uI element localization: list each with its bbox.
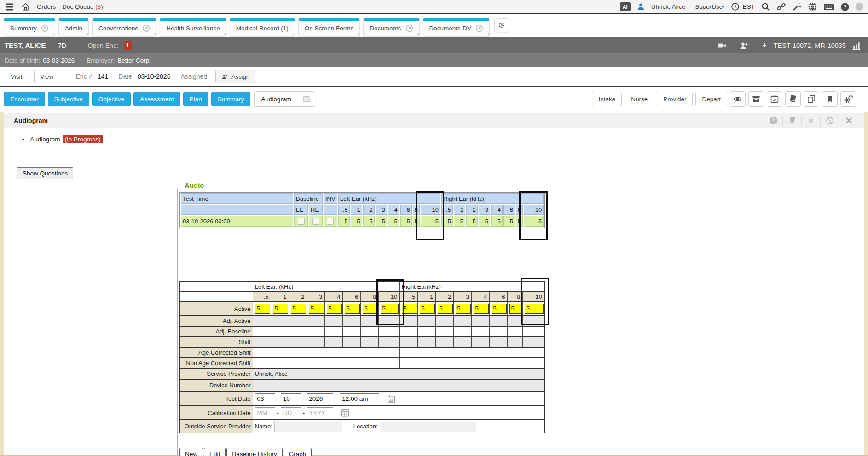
test-date-year-input[interactable] [307, 393, 333, 404]
tab-settings-button[interactable] [494, 18, 509, 32]
new-button[interactable]: New [179, 448, 203, 456]
menu-icon[interactable] [5, 3, 14, 11]
soap-tab-objective[interactable]: Objective [92, 92, 131, 106]
save-icon[interactable] [298, 92, 315, 106]
graph-button[interactable]: Graph [284, 448, 312, 456]
test-time-input[interactable] [340, 393, 379, 404]
baseline-re-checkbox[interactable] [312, 218, 319, 225]
test-time-cell[interactable]: 03-10-2026 00:00 [181, 216, 293, 227]
tab-audiogram-active[interactable]: Audiogram [254, 91, 315, 107]
bar-chart-icon[interactable] [851, 41, 862, 50]
soap-tab-encounter[interactable]: Encounter [4, 92, 45, 106]
baseline-le-checkbox[interactable] [298, 218, 305, 225]
show-questions-button[interactable]: Show Questions [17, 167, 73, 179]
active-threshold-input[interactable]: 5 [309, 304, 324, 314]
form-list-item[interactable]: • Audiogram (In Progress) [22, 135, 103, 143]
test-date-month-input[interactable] [255, 393, 275, 404]
outside-location-input[interactable] [380, 421, 476, 432]
inv-checkbox[interactable] [327, 218, 334, 225]
right-threshold-cell[interactable]: 5 [479, 216, 490, 227]
section-book-icon[interactable] [782, 116, 801, 126]
user-name[interactable]: Uhrick, Alice [651, 3, 685, 10]
nav-doc-queue[interactable]: Doc Queue (3) [62, 3, 103, 10]
active-threshold-input[interactable]: 5 [474, 304, 489, 314]
active-threshold-input[interactable]: 5 [291, 304, 307, 314]
ai-badge[interactable]: AI [620, 2, 631, 11]
soap-tab-assessment[interactable]: Assessment [133, 92, 180, 106]
gears-icon[interactable] [840, 91, 856, 107]
active-threshold-input[interactable]: 5 [327, 304, 342, 314]
calendar-check-icon[interactable] [767, 91, 782, 107]
popout-icon[interactable] [142, 24, 150, 32]
link-icon[interactable] [776, 2, 786, 12]
book-icon[interactable] [785, 91, 801, 107]
tab-health-surveillance[interactable]: Health Surveillance [160, 18, 226, 36]
active-threshold-input[interactable]: 5 [509, 304, 523, 314]
active-threshold-input[interactable]: 5 [420, 304, 435, 314]
assign-button[interactable]: Assign [215, 70, 255, 83]
search-icon[interactable] [761, 2, 770, 12]
calendar-icon[interactable] [341, 408, 350, 417]
globe-icon[interactable] [808, 2, 817, 12]
section-help-icon[interactable]: ? [764, 116, 782, 126]
home-icon[interactable] [21, 2, 30, 12]
person-add-icon[interactable] [739, 41, 749, 50]
calibration-year-input[interactable] [307, 407, 333, 418]
left-threshold-cell[interactable]: 5 [388, 216, 399, 227]
popout-icon[interactable] [475, 24, 483, 32]
tab-medical-record-1[interactable]: Medical Record (1) [230, 18, 295, 36]
right-threshold-cell[interactable]: 5 [491, 216, 503, 227]
active-threshold-input[interactable]: 5 [492, 304, 507, 314]
active-threshold-input[interactable]: 5 [456, 304, 471, 314]
nav-orders[interactable]: Orders [37, 3, 56, 10]
edit-button[interactable]: Edit [204, 448, 226, 456]
tab-documents[interactable]: Documents [363, 18, 419, 36]
help-icon[interactable]: ? [840, 2, 850, 12]
lightning-icon[interactable] [761, 41, 768, 50]
tab-summary[interactable]: Summary [4, 18, 55, 36]
calibration-day-input[interactable] [281, 407, 301, 418]
wand-icon[interactable] [792, 2, 802, 12]
view-button[interactable]: View [34, 70, 59, 83]
left-threshold-cell[interactable]: 5 [338, 216, 350, 227]
active-threshold-input[interactable]: 5 [345, 304, 360, 314]
close-icon[interactable] [839, 116, 858, 126]
left-threshold-cell[interactable]: 5 [400, 216, 412, 227]
depart-button[interactable]: Depart [695, 92, 727, 106]
tab-conversations[interactable]: Conversations [92, 18, 156, 36]
copy-icon[interactable] [804, 91, 819, 107]
right-threshold-cell[interactable]: 5 [466, 216, 478, 227]
visit-button[interactable]: Visit [5, 70, 28, 83]
right-threshold-cell[interactable]: 5 [454, 216, 465, 227]
archive-icon[interactable] [748, 91, 764, 107]
active-threshold-input[interactable]: 5 [273, 304, 289, 314]
open-enc-count-badge[interactable]: 1 [124, 41, 132, 50]
calendar-icon[interactable] [387, 394, 396, 403]
keyboard-icon[interactable] [823, 2, 834, 12]
soap-tab-subjective[interactable]: Subjective [48, 92, 89, 106]
tab-admin[interactable]: Admin [58, 18, 89, 36]
outside-name-input[interactable] [274, 421, 342, 432]
collapse-chevrons-icon[interactable] [801, 116, 820, 126]
disable-icon[interactable] [820, 116, 839, 126]
active-threshold-input[interactable]: 5 [438, 304, 453, 314]
bookmark-icon[interactable] [822, 91, 838, 107]
intake-button[interactable]: Intake [592, 92, 622, 106]
eye-icon[interactable] [730, 91, 746, 107]
left-threshold-cell[interactable]: 5 [376, 216, 387, 227]
calibration-month-input[interactable] [255, 407, 275, 418]
popout-icon[interactable] [41, 24, 49, 32]
popout-icon[interactable] [405, 24, 413, 32]
right-threshold-cell[interactable]: 5 [503, 216, 515, 227]
active-threshold-input[interactable]: 5 [363, 304, 378, 314]
provider-button[interactable]: Provider [657, 92, 693, 106]
tab-documents-dv[interactable]: Documents-DV [423, 18, 490, 36]
soap-tab-summary[interactable]: Summary [211, 92, 251, 106]
baseline-history-button[interactable]: Baseline History [226, 448, 283, 456]
active-threshold-input[interactable]: 5 [255, 304, 271, 314]
soap-tab-plan[interactable]: Plan [183, 92, 208, 106]
video-call-icon[interactable] [716, 41, 727, 50]
left-threshold-cell[interactable]: 5 [351, 216, 362, 227]
test-date-day-input[interactable] [281, 393, 301, 404]
device-number-input[interactable] [253, 379, 544, 392]
